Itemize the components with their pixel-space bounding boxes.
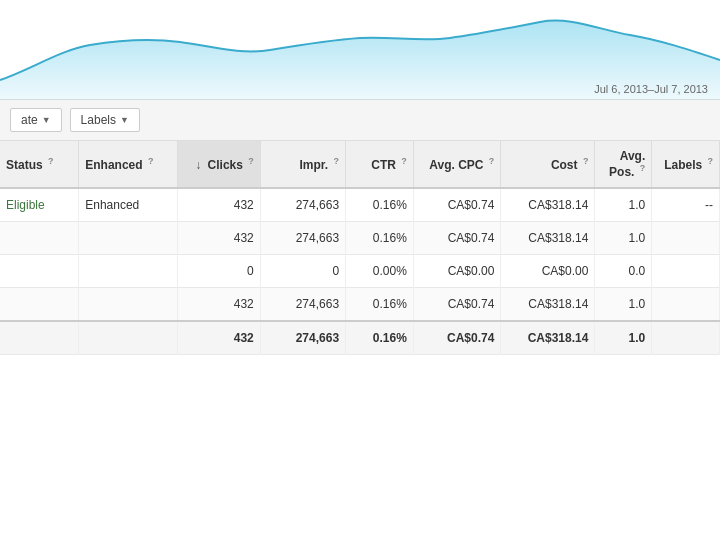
cell-impr: 274,663 bbox=[260, 288, 345, 322]
total-cell-ctr: 0.16% bbox=[346, 321, 414, 355]
cell-impr: 274,663 bbox=[260, 188, 345, 222]
ate-label: ate bbox=[21, 113, 38, 127]
chart-date-range: Jul 6, 2013–Jul 7, 2013 bbox=[594, 83, 708, 95]
cell-status: Eligible bbox=[0, 188, 79, 222]
cell-cost: CA$318.14 bbox=[501, 288, 595, 322]
labels-chevron-icon: ▼ bbox=[120, 115, 129, 125]
cell-status bbox=[0, 288, 79, 322]
table-row: EligibleEnhanced432274,6630.16%CA$0.74CA… bbox=[0, 188, 720, 222]
total-cell-cost: CA$318.14 bbox=[501, 321, 595, 355]
total-cell-status bbox=[0, 321, 79, 355]
toolbar: ate ▼ Labels ▼ bbox=[0, 100, 720, 141]
cell-clicks: 432 bbox=[177, 288, 260, 322]
cell-ctr: 0.00% bbox=[346, 255, 414, 288]
col-header-cost[interactable]: Cost ? bbox=[501, 141, 595, 188]
cell-cost: CA$318.14 bbox=[501, 222, 595, 255]
cell-clicks: 432 bbox=[177, 188, 260, 222]
total-cell-avg_pos: 1.0 bbox=[595, 321, 652, 355]
col-header-status[interactable]: Status ? bbox=[0, 141, 79, 188]
col-header-clicks[interactable]: ↓ Clicks ? bbox=[177, 141, 260, 188]
cell-labels bbox=[652, 288, 720, 322]
cell-enhanced bbox=[79, 288, 177, 322]
cell-status bbox=[0, 222, 79, 255]
cell-avg_pos: 0.0 bbox=[595, 255, 652, 288]
cell-ctr: 0.16% bbox=[346, 188, 414, 222]
total-cell-impr: 274,663 bbox=[260, 321, 345, 355]
labels-button[interactable]: Labels ▼ bbox=[70, 108, 140, 132]
cell-cost: CA$0.00 bbox=[501, 255, 595, 288]
total-cell-enhanced bbox=[79, 321, 177, 355]
total-cell-labels bbox=[652, 321, 720, 355]
cell-enhanced bbox=[79, 222, 177, 255]
col-header-avg-cpc[interactable]: Avg. CPC ? bbox=[413, 141, 500, 188]
cell-enhanced: Enhanced bbox=[79, 188, 177, 222]
cell-avg_pos: 1.0 bbox=[595, 188, 652, 222]
cell-avg_cpc: CA$0.74 bbox=[413, 288, 500, 322]
col-header-labels[interactable]: Labels ? bbox=[652, 141, 720, 188]
cell-avg_pos: 1.0 bbox=[595, 288, 652, 322]
cell-labels: -- bbox=[652, 188, 720, 222]
cell-impr: 274,663 bbox=[260, 222, 345, 255]
col-header-avg-pos[interactable]: Avg. Pos. ? bbox=[595, 141, 652, 188]
cell-labels bbox=[652, 255, 720, 288]
cell-avg_cpc: CA$0.74 bbox=[413, 188, 500, 222]
cell-avg_cpc: CA$0.00 bbox=[413, 255, 500, 288]
cell-ctr: 0.16% bbox=[346, 222, 414, 255]
sort-arrow-icon: ↓ bbox=[195, 158, 201, 172]
cell-labels bbox=[652, 222, 720, 255]
col-header-ctr[interactable]: CTR ? bbox=[346, 141, 414, 188]
table-header-row: Status ? Enhanced ? ↓ Clicks ? Impr. ? C… bbox=[0, 141, 720, 188]
cell-clicks: 432 bbox=[177, 222, 260, 255]
cell-clicks: 0 bbox=[177, 255, 260, 288]
cell-avg_pos: 1.0 bbox=[595, 222, 652, 255]
cell-impr: 0 bbox=[260, 255, 345, 288]
ate-chevron-icon: ▼ bbox=[42, 115, 51, 125]
table-row: 432274,6630.16%CA$0.74CA$318.141.0 bbox=[0, 288, 720, 322]
chart-area: Jul 6, 2013–Jul 7, 2013 bbox=[0, 0, 720, 100]
data-table: Status ? Enhanced ? ↓ Clicks ? Impr. ? C… bbox=[0, 141, 720, 355]
table-total-row: 432274,6630.16%CA$0.74CA$318.141.0 bbox=[0, 321, 720, 355]
cell-cost: CA$318.14 bbox=[501, 188, 595, 222]
table-row: 000.00%CA$0.00CA$0.000.0 bbox=[0, 255, 720, 288]
cell-enhanced bbox=[79, 255, 177, 288]
cell-status bbox=[0, 255, 79, 288]
total-cell-clicks: 432 bbox=[177, 321, 260, 355]
col-header-impr[interactable]: Impr. ? bbox=[260, 141, 345, 188]
table-row: 432274,6630.16%CA$0.74CA$318.141.0 bbox=[0, 222, 720, 255]
total-cell-avg_cpc: CA$0.74 bbox=[413, 321, 500, 355]
labels-label: Labels bbox=[81, 113, 116, 127]
ate-button[interactable]: ate ▼ bbox=[10, 108, 62, 132]
cell-avg_cpc: CA$0.74 bbox=[413, 222, 500, 255]
col-header-enhanced[interactable]: Enhanced ? bbox=[79, 141, 177, 188]
cell-ctr: 0.16% bbox=[346, 288, 414, 322]
